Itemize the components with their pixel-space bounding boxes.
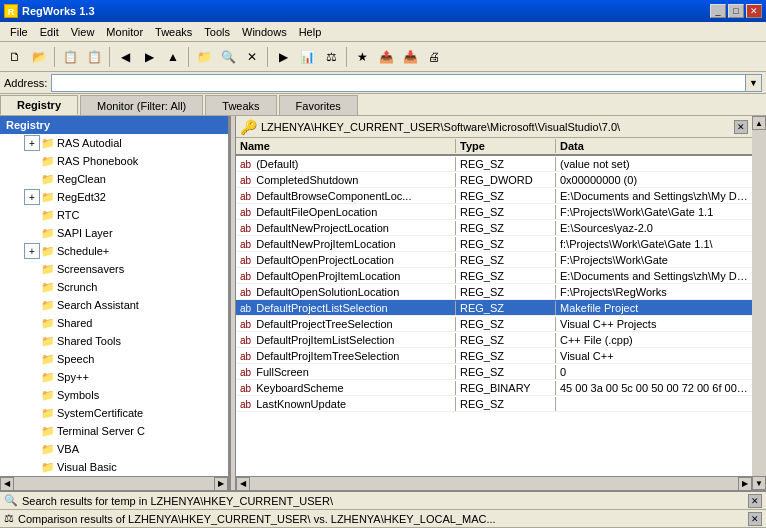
tb-new[interactable]: 🗋 [4, 46, 26, 68]
tree-item-vba[interactable]: 📁 VBA [0, 440, 228, 458]
search-results-close-button[interactable]: ✕ [748, 494, 762, 508]
path-close-button[interactable]: ✕ [734, 120, 748, 134]
menu-tweaks[interactable]: Tweaks [149, 24, 198, 40]
tb-forward[interactable]: ▶ [138, 46, 160, 68]
table-row[interactable]: ab DefaultProjItemListSelection REG_SZ C… [236, 332, 752, 348]
tb-back[interactable]: ◀ [114, 46, 136, 68]
tab-favorites[interactable]: Favorites [279, 95, 358, 115]
folder-icon-shared: 📁 [41, 317, 55, 330]
tree-scroll-right-btn[interactable]: ▶ [214, 477, 228, 491]
tb-search[interactable]: 🔍 [217, 46, 239, 68]
comparison-results-row: ⚖ Comparison results of LZHENYA\HKEY_CUR… [0, 510, 766, 528]
minimize-button[interactable]: _ [710, 4, 726, 18]
table-row[interactable]: ab (Default) REG_SZ (value not set) [236, 156, 752, 172]
table-row[interactable]: ab DefaultProjItemTreeSelection REG_SZ V… [236, 348, 752, 364]
tb-run[interactable]: ▶ [272, 46, 294, 68]
tb-paste[interactable]: 📋 [83, 46, 105, 68]
row-type: REG_SZ [456, 365, 556, 379]
tb-copy[interactable]: 📋 [59, 46, 81, 68]
folder-icon-terminal-server: 📁 [41, 425, 55, 438]
table-row[interactable]: ab CompletedShutdown REG_DWORD 0x0000000… [236, 172, 752, 188]
tree-item-ras-phonebook[interactable]: 📁 RAS Phonebook [0, 152, 228, 170]
toolbar: 🗋 📂 📋 📋 ◀ ▶ ▲ 📁 🔍 ✕ ▶ 📊 ⚖ ★ 📤 📥 🖨 [0, 42, 766, 72]
tree-item-regclean[interactable]: 📁 RegClean [0, 170, 228, 188]
menu-file[interactable]: File [4, 24, 34, 40]
menu-tools[interactable]: Tools [198, 24, 236, 40]
tree-item-symbols[interactable]: 📁 Symbols [0, 386, 228, 404]
tb-folder[interactable]: 📁 [193, 46, 215, 68]
close-button[interactable]: ✕ [746, 4, 762, 18]
expander-ras-autodial[interactable]: + [24, 135, 40, 151]
tree-item-visual-basic[interactable]: 📁 Visual Basic [0, 458, 228, 476]
table-row[interactable]: ab DefaultNewProjectLocation REG_SZ E:\S… [236, 220, 752, 236]
main-wrapper: Registry + 📁 RAS Autodial 📁 RAS Phoneboo… [0, 116, 766, 528]
tb-open[interactable]: 📂 [28, 46, 50, 68]
row-data: F:\Projects\Work\Gate\Gate 1.1 [556, 205, 752, 219]
expander-schedule[interactable]: + [24, 243, 40, 259]
col-header-type: Type [456, 139, 556, 153]
tree-item-search-assistant[interactable]: 📁 Search Assistant [0, 296, 228, 314]
tree-content[interactable]: + 📁 RAS Autodial 📁 RAS Phonebook 📁 RegCl… [0, 134, 228, 476]
tree-item-terminal-server[interactable]: 📁 Terminal Server C [0, 422, 228, 440]
row-name: ab DefaultOpenSolutionLocation [236, 285, 456, 299]
maximize-button[interactable]: □ [728, 4, 744, 18]
menu-monitor[interactable]: Monitor [100, 24, 149, 40]
tree-item-screensavers[interactable]: 📁 Screensavers [0, 260, 228, 278]
expander-speech [24, 351, 40, 367]
table-row[interactable]: ab DefaultOpenProjectLocation REG_SZ F:\… [236, 252, 752, 268]
tree-item-shared[interactable]: 📁 Shared [0, 314, 228, 332]
tab-monitor[interactable]: Monitor (Filter: All) [80, 95, 203, 115]
table-row[interactable]: ab DefaultNewProjItemLocation REG_SZ f:\… [236, 236, 752, 252]
tree-item-rtc[interactable]: 📁 RTC [0, 206, 228, 224]
tree-item-shared-tools[interactable]: 📁 Shared Tools [0, 332, 228, 350]
tree-item-sapi-layer[interactable]: 📁 SAPI Layer [0, 224, 228, 242]
table-row[interactable]: ab KeyboardScheme REG_BINARY 45 00 3a 00… [236, 380, 752, 396]
table-row[interactable]: ab DefaultFileOpenLocation REG_SZ F:\Pro… [236, 204, 752, 220]
tree-horiz-scrollbar[interactable]: ◀ ▶ [0, 476, 228, 490]
tb-import[interactable]: 📥 [399, 46, 421, 68]
tree-scroll-left-btn[interactable]: ◀ [0, 477, 14, 491]
table-row[interactable]: ab DefaultBrowseComponentLoc... REG_SZ E… [236, 188, 752, 204]
comparison-results-close-button[interactable]: ✕ [748, 512, 762, 526]
tree-item-regedt32[interactable]: + 📁 RegEdt32 [0, 188, 228, 206]
table-scroll-down-btn[interactable]: ▼ [752, 476, 766, 490]
address-input[interactable] [51, 74, 746, 92]
tree-item-schedule[interactable]: + 📁 Schedule+ [0, 242, 228, 260]
ab-icon: ab [240, 175, 251, 186]
tab-registry[interactable]: Registry [0, 95, 78, 115]
table-row-selected[interactable]: ab DefaultProjectListSelection REG_SZ Ma… [236, 300, 752, 316]
tb-monitor[interactable]: 📊 [296, 46, 318, 68]
table-body[interactable]: ab (Default) REG_SZ (value not set) ab C… [236, 156, 752, 476]
table-scroll-up-btn[interactable]: ▲ [752, 116, 766, 130]
tree-item-ras-autodial[interactable]: + 📁 RAS Autodial [0, 134, 228, 152]
expander-regedt32[interactable]: + [24, 189, 40, 205]
table-horiz-scrollbar[interactable]: ◀ ▶ [236, 476, 752, 490]
tree-item-spy[interactable]: 📁 Spy++ [0, 368, 228, 386]
tb-bookmark[interactable]: ★ [351, 46, 373, 68]
tb-up[interactable]: ▲ [162, 46, 184, 68]
table-vert-scrollbar[interactable]: ▲ ▼ [752, 116, 766, 490]
menu-windows[interactable]: Windows [236, 24, 293, 40]
table-row[interactable]: ab LastKnownUpdate REG_SZ [236, 396, 752, 412]
expander-sapi-layer [24, 225, 40, 241]
row-data: E:\Sources\yaz-2.0 [556, 221, 752, 235]
table-row[interactable]: ab DefaultOpenProjItemLocation REG_SZ E:… [236, 268, 752, 284]
table-row[interactable]: ab FullScreen REG_SZ 0 [236, 364, 752, 380]
menu-view[interactable]: View [65, 24, 101, 40]
tree-item-speech[interactable]: 📁 Speech [0, 350, 228, 368]
address-dropdown-button[interactable]: ▼ [746, 74, 762, 92]
tb-export[interactable]: 📤 [375, 46, 397, 68]
table-row[interactable]: ab DefaultOpenSolutionLocation REG_SZ F:… [236, 284, 752, 300]
table-scroll-left-btn[interactable]: ◀ [236, 477, 250, 491]
table-row[interactable]: ab DefaultProjectTreeSelection REG_SZ Vi… [236, 316, 752, 332]
tb-print[interactable]: 🖨 [423, 46, 445, 68]
tb-compare[interactable]: ⚖ [320, 46, 342, 68]
tab-tweaks[interactable]: Tweaks [205, 95, 276, 115]
table-scroll-right-btn[interactable]: ▶ [738, 477, 752, 491]
tree-item-systemcertificate[interactable]: 📁 SystemCertificate [0, 404, 228, 422]
tb-clear[interactable]: ✕ [241, 46, 263, 68]
menu-help[interactable]: Help [293, 24, 328, 40]
tree-item-scrunch[interactable]: 📁 Scrunch [0, 278, 228, 296]
expander-vba [24, 441, 40, 457]
menu-edit[interactable]: Edit [34, 24, 65, 40]
